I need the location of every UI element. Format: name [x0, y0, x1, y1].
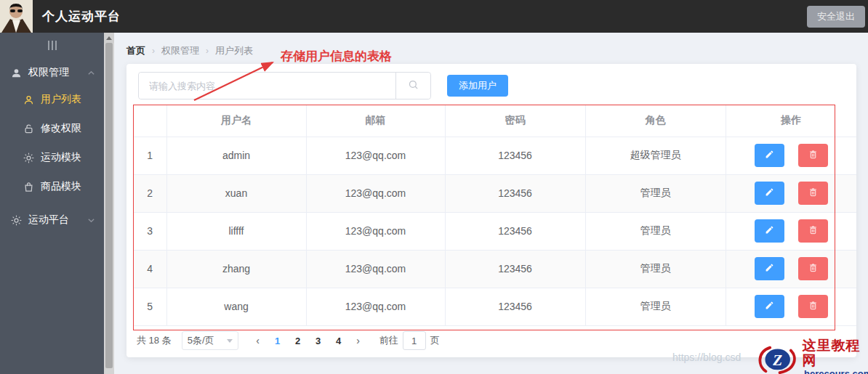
- watermark-site-domain: herecours.com: [802, 369, 868, 374]
- delete-row-button[interactable]: [798, 257, 828, 280]
- sidebar-group-label: 权限管理: [28, 66, 69, 79]
- cell-email: 123@qq.com: [306, 137, 445, 174]
- user-outline-icon: [23, 94, 34, 105]
- delete-row-button[interactable]: [798, 219, 828, 243]
- page-unit-label: 页: [430, 334, 440, 347]
- collapse-sidebar-button[interactable]: [0, 37, 104, 53]
- edit-row-button[interactable]: [755, 182, 784, 205]
- sidebar-item-user-list[interactable]: 用户列表: [0, 85, 104, 114]
- lock-icon: [23, 123, 34, 134]
- sidebar-item-label: 运动模块: [41, 151, 81, 164]
- cell-email: 123@qq.com: [306, 288, 445, 325]
- breadcrumb-home[interactable]: 首页: [126, 44, 145, 57]
- page-button-2[interactable]: 2: [288, 336, 308, 346]
- cell-username: xuan: [166, 174, 306, 212]
- app-title: 个人运动平台: [42, 8, 121, 25]
- watermark-site-name: 这里教程网: [802, 338, 868, 369]
- sun-icon: [23, 153, 34, 163]
- col-index: [134, 105, 166, 137]
- faint-url-watermark: https://blog.csd: [672, 351, 741, 363]
- cell-username: zhang: [166, 250, 306, 288]
- pencil-icon: [765, 187, 774, 199]
- row-index: 2: [134, 174, 166, 212]
- site-watermark: Z 这里教程网 herecours.com: [756, 338, 868, 374]
- pencil-icon: [765, 150, 774, 161]
- prev-page-button[interactable]: ‹: [249, 335, 268, 346]
- col-email: 邮箱: [306, 105, 445, 137]
- cell-username: wang: [166, 288, 306, 325]
- page-button-4[interactable]: 4: [329, 336, 349, 346]
- cell-password: 123456: [445, 137, 585, 174]
- scrollbar-thumb[interactable]: [105, 43, 113, 368]
- page-button-3[interactable]: 3: [308, 336, 329, 346]
- goto-page-input[interactable]: [403, 331, 426, 350]
- col-username: 用户名: [166, 105, 306, 137]
- breadcrumb-separator: ›: [152, 46, 155, 56]
- scroll-up-arrow-icon[interactable]: [104, 33, 114, 43]
- cell-role: 管理员: [585, 288, 726, 325]
- pagination-total: 共 18 条: [137, 334, 172, 347]
- sidebar-item-sport-module[interactable]: 运动模块: [0, 143, 104, 172]
- edit-row-button[interactable]: [755, 219, 784, 243]
- page-button-1[interactable]: 1: [268, 336, 288, 346]
- breadcrumb: 首页 › 权限管理 › 用户列表: [126, 44, 253, 57]
- cell-role: 管理员: [585, 250, 726, 288]
- sidebar-group-label: 运动平台: [28, 214, 69, 227]
- sidebar: 权限管理 用户列表 修改权限 运动模块: [0, 33, 104, 374]
- delete-row-button[interactable]: [798, 182, 828, 205]
- table-row: 3 liffff 123@qq.com 123456 管理员: [134, 212, 856, 250]
- edit-row-button[interactable]: [755, 144, 784, 167]
- trash-icon: [808, 263, 818, 275]
- magnifier-icon: [408, 79, 419, 92]
- user-icon: [11, 68, 22, 78]
- app-window: 个人运动平台 安全退出 权限管理 用户列表 修改权限: [0, 0, 868, 374]
- cell-email: 123@qq.com: [306, 174, 445, 212]
- collapse-bars-icon: [48, 41, 49, 50]
- pagination: 共 18 条 5条/页 ‹ 1 2 3 4 › 前往 页: [137, 331, 440, 350]
- pencil-icon: [765, 263, 774, 275]
- user-table: 用户名 邮箱 密码 角色 操作 1 admin 123@qq.com 12345…: [134, 105, 856, 326]
- cell-password: 123456: [445, 212, 585, 250]
- content-scrollbar[interactable]: [104, 33, 114, 374]
- sidebar-group-sport-platform[interactable]: 运动平台: [0, 206, 104, 235]
- row-index: 5: [134, 288, 166, 325]
- cell-password: 123456: [445, 288, 585, 325]
- bag-icon: [23, 182, 34, 192]
- table-row: 1 admin 123@qq.com 123456 超级管理员: [134, 137, 856, 174]
- add-user-button[interactable]: 添加用户: [447, 75, 508, 97]
- top-header: 个人运动平台 安全退出: [0, 0, 868, 33]
- cell-email: 123@qq.com: [306, 250, 445, 288]
- delete-row-button[interactable]: [798, 295, 828, 318]
- page-size-select[interactable]: 5条/页: [182, 331, 238, 350]
- col-password: 密码: [445, 105, 585, 137]
- next-page-button[interactable]: ›: [349, 335, 368, 346]
- goto-label: 前往: [379, 334, 398, 347]
- avatar-image: [0, 0, 33, 33]
- chevron-up-icon: [87, 69, 95, 77]
- annotation-label: 存储用户信息的表格: [281, 48, 392, 65]
- cell-email: 123@qq.com: [306, 212, 445, 250]
- breadcrumb-separator: ›: [206, 46, 209, 56]
- delete-row-button[interactable]: [798, 144, 828, 167]
- page-size-value: 5条/页: [188, 334, 214, 347]
- chevron-down-icon: [227, 339, 233, 343]
- cell-password: 123456: [445, 174, 585, 212]
- search-button[interactable]: [395, 73, 430, 99]
- table-row: 5 wang 123@qq.com 123456 管理员: [134, 288, 856, 325]
- table-header-row: 用户名 邮箱 密码 角色 操作: [134, 105, 856, 137]
- cell-password: 123456: [445, 250, 585, 288]
- edit-row-button[interactable]: [755, 295, 784, 318]
- logout-button[interactable]: 安全退出: [807, 6, 865, 28]
- trash-icon: [808, 187, 818, 199]
- trash-icon: [808, 301, 818, 312]
- sidebar-group-permission[interactable]: 权限管理: [0, 60, 104, 85]
- sidebar-item-edit-permission[interactable]: 修改权限: [0, 114, 104, 143]
- search-input[interactable]: [139, 73, 395, 99]
- avatar[interactable]: [0, 0, 33, 33]
- breadcrumb-permission[interactable]: 权限管理: [161, 44, 199, 57]
- cell-username: admin: [166, 137, 306, 174]
- pencil-icon: [765, 225, 774, 237]
- sidebar-item-label: 用户列表: [41, 93, 81, 106]
- sidebar-item-goods-module[interactable]: 商品模块: [0, 172, 104, 201]
- edit-row-button[interactable]: [755, 257, 784, 280]
